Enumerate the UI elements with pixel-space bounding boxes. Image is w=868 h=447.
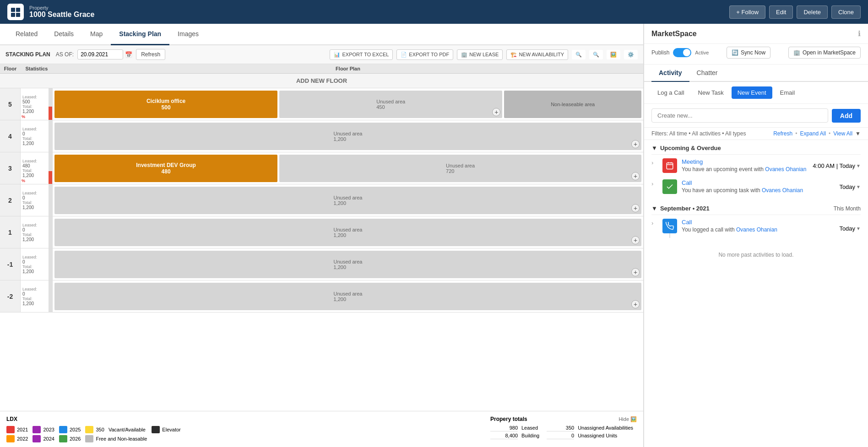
email-tab[interactable]: Email xyxy=(774,86,801,99)
marketspace-title: MarketSpace xyxy=(651,30,697,38)
tab-images[interactable]: Images xyxy=(169,24,207,45)
tab-stacking-plan[interactable]: Stacking Plan xyxy=(111,24,169,45)
plus-button[interactable]: + xyxy=(631,204,640,212)
collapse-icon[interactable]: ▼ xyxy=(651,145,657,151)
plus-button[interactable]: + xyxy=(631,300,640,308)
settings-icon[interactable]: ⚙️ xyxy=(624,50,638,59)
dropdown-arrow-icon[interactable]: ▼ xyxy=(856,163,861,168)
sync-now-button[interactable]: 🔄 Sync Now xyxy=(727,47,770,59)
tab-details[interactable]: Details xyxy=(46,24,82,45)
open-marketspace-button[interactable]: 🏢 Open in MarketSpace xyxy=(788,47,861,59)
stacking-toolbar: STACKING PLAN AS OF: 📅 Refresh 📊 EXPORT … xyxy=(0,45,643,64)
tab-related[interactable]: Related xyxy=(7,24,46,45)
tab-activity[interactable]: Activity xyxy=(651,65,689,82)
edit-button[interactable]: Edit xyxy=(769,5,793,19)
new-availability-button[interactable]: 🏗️ NEW AVAILABILITY xyxy=(506,49,568,60)
floor-plan: Ciciklum office500 Unused area450 + Non-… xyxy=(53,88,643,120)
pct-bar xyxy=(49,152,52,184)
list-item[interactable]: › Call You logged a call with Ovanes Oha… xyxy=(651,219,861,238)
availability-icon: 🏗️ xyxy=(510,52,517,58)
expand-all-link[interactable]: Expand All xyxy=(800,130,826,137)
hide-button[interactable]: Hide 🖼️ xyxy=(618,416,637,422)
new-event-tab[interactable]: New Event xyxy=(732,86,772,99)
new-lease-button[interactable]: 🏢 NEW LEASE xyxy=(457,49,503,60)
unused-block: Unused area1,200 + xyxy=(54,123,641,150)
dropdown-arrow-icon[interactable]: ▼ xyxy=(856,226,861,231)
new-task-tab[interactable]: New Task xyxy=(692,86,730,99)
chevron-right-icon: › xyxy=(651,159,658,173)
tenant-block[interactable]: Investment DEV Group480 xyxy=(54,155,277,182)
tab-chatter[interactable]: Chatter xyxy=(689,65,725,82)
filter-icon[interactable]: ▼ xyxy=(855,130,861,137)
log-call-tab[interactable]: Log a Call xyxy=(651,86,690,99)
export-pdf-button[interactable]: 📄 EXPORT TO PDF xyxy=(396,49,453,60)
as-of-label: AS OF: xyxy=(56,51,74,58)
plus-button[interactable]: + xyxy=(631,172,640,180)
refresh-button[interactable]: Refresh xyxy=(136,49,165,60)
prop-totals-title: Propery totals xyxy=(490,416,527,422)
grid-header: Floor Statistics Floor Plan xyxy=(0,64,643,74)
calendar-icon[interactable]: 📅 xyxy=(125,51,132,58)
sync-icon: 🔄 xyxy=(732,49,738,56)
main-area: Related Details Map Stacking Plan Images… xyxy=(0,24,868,447)
refresh-link[interactable]: Refresh xyxy=(773,130,792,137)
floor-stats: Leased: 0 Total: 1,200 xyxy=(21,120,53,152)
floor-stats: Leased: 0 Total: 1,200 xyxy=(21,280,53,312)
clone-button[interactable]: Clone xyxy=(831,5,861,19)
table-row: 2 Leased: 0 Total: 1,200 Unused area1,20… xyxy=(0,184,643,216)
excel-icon: 📊 xyxy=(334,52,340,58)
list-item: 350 Vacant/Available xyxy=(85,426,147,433)
date-picker-group: 📅 xyxy=(77,49,132,59)
person-link[interactable]: Ovanes Ohanian xyxy=(736,226,777,233)
plus-button[interactable]: + xyxy=(631,236,640,244)
zoom-out-icon[interactable]: 🔍 xyxy=(589,50,603,59)
chevron-right-icon: › xyxy=(651,180,658,194)
call-title[interactable]: Call xyxy=(682,179,835,186)
export-excel-button[interactable]: 📊 EXPORT TO EXCEL xyxy=(330,49,393,60)
this-month-badge: This Month xyxy=(834,205,861,212)
marketspace-header: MarketSpace ℹ xyxy=(644,24,868,44)
september-section-title: ▼ September • 2021 xyxy=(651,205,710,212)
dropdown-arrow-icon[interactable]: ▼ xyxy=(856,184,861,189)
screenshot-icon[interactable]: 🖼️ xyxy=(607,50,620,59)
delete-button[interactable]: Delete xyxy=(797,5,828,19)
plus-button[interactable]: + xyxy=(492,108,500,116)
person-link[interactable]: Ovanes Ohanian xyxy=(762,187,803,194)
non-leasable-block: Non-leaseable area xyxy=(504,91,641,118)
activity-time: Today ▼ xyxy=(839,179,861,194)
call-title[interactable]: Call xyxy=(682,219,835,226)
pct-bar xyxy=(49,88,52,120)
tab-map[interactable]: Map xyxy=(82,24,111,45)
person-link[interactable]: Ovanes Ohanian xyxy=(765,166,806,172)
list-item: 2026 xyxy=(59,435,81,442)
collapse-icon[interactable]: ▼ xyxy=(651,205,657,212)
view-all-link[interactable]: View All xyxy=(833,130,852,137)
list-item: Free and Non-leasable xyxy=(85,435,147,442)
no-more-activities: No more past activities to load. xyxy=(651,244,861,265)
activity-chatter-tabs: Activity Chatter xyxy=(644,65,868,82)
table-row: -1 Leased: 0 Total: 1,200 Unused area1,2… xyxy=(0,248,643,280)
left-panel: Related Details Map Stacking Plan Images… xyxy=(0,24,644,447)
unused-block: Unused area720 + xyxy=(279,155,641,182)
list-item[interactable]: › Call You have an upcoming task with Ov… xyxy=(651,179,861,194)
floor-plan: Investment DEV Group480 Unused area720 + xyxy=(53,152,643,184)
upcoming-section-title: ▼ Upcoming & Overdue xyxy=(651,145,721,151)
pct-bar xyxy=(49,216,52,248)
pdf-icon: 📄 xyxy=(401,52,407,58)
list-item: 2022 xyxy=(6,435,28,442)
date-input[interactable] xyxy=(77,49,123,59)
active-label: Active xyxy=(695,50,709,55)
add-button[interactable]: Add xyxy=(832,109,861,123)
unused-block: Unused area1,200 + xyxy=(54,283,641,310)
add-new-floor[interactable]: ADD NEW FLOOR xyxy=(0,74,643,88)
plus-button[interactable]: + xyxy=(631,140,640,148)
zoom-in-icon[interactable]: 🔍 xyxy=(572,50,586,59)
plus-button[interactable]: + xyxy=(631,268,640,276)
create-new-input[interactable] xyxy=(651,108,828,123)
tenant-block[interactable]: Ciciklum office500 xyxy=(54,91,277,118)
table-row: 4 Leased: 0 Total: 1,200 Unused area1,20… xyxy=(0,120,643,152)
list-item[interactable]: › Meeting You have an upcoming event wit… xyxy=(651,158,861,173)
publish-toggle[interactable] xyxy=(673,48,691,57)
meeting-title[interactable]: Meeting xyxy=(682,158,808,165)
follow-button[interactable]: + Follow xyxy=(729,5,765,19)
